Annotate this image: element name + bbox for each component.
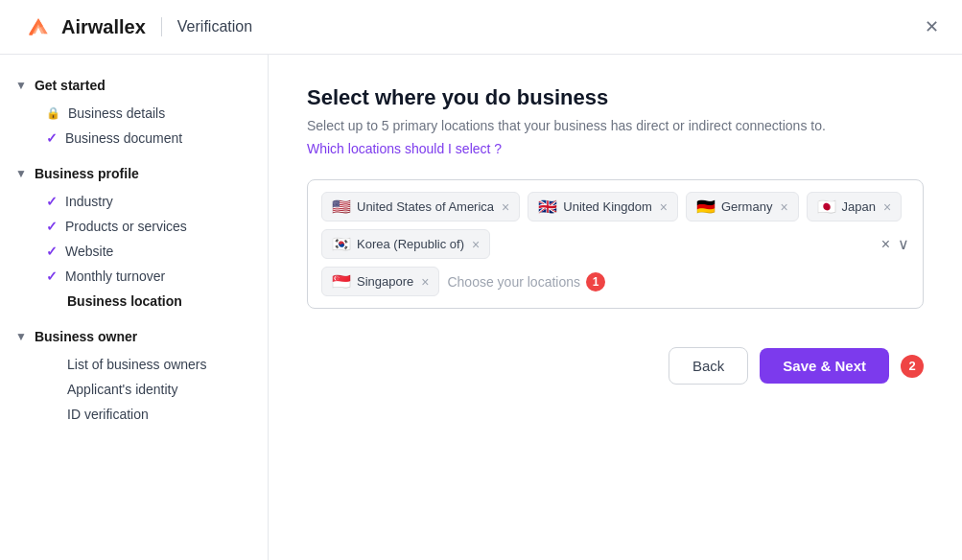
header-left: Airwallex Verification <box>23 13 252 40</box>
sidebar-item-industry[interactable]: ✓ Industry <box>38 189 252 214</box>
sidebar-item-label-business-location: Business location <box>67 293 182 309</box>
sidebar-section-label-business-profile: Business profile <box>35 166 139 181</box>
check-icon-turnover: ✓ <box>46 268 58 284</box>
save-next-button[interactable]: Save & Next <box>760 348 889 384</box>
sidebar-item-label-list-of-business-owners: List of business owners <box>67 357 207 372</box>
sidebar-section-header-business-owner[interactable]: ▼ Business owner <box>15 329 252 344</box>
header: Airwallex Verification ✕ <box>0 0 962 55</box>
flag-uk: 🇬🇧 <box>538 198 557 216</box>
sidebar-item-business-location[interactable]: Business location <box>38 289 252 314</box>
tag-label-korea: Korea (Republic of) <box>357 237 464 251</box>
chevron-down-icon-3: ▼ <box>15 330 27 343</box>
sidebar-item-business-details[interactable]: 🔒 Business details <box>38 101 252 126</box>
tag-uk: 🇬🇧 United Kingdom × <box>528 192 678 222</box>
tag-singapore: 🇸🇬 Singapore × <box>321 267 439 296</box>
expand-dropdown-icon[interactable]: ∨ <box>898 235 909 253</box>
sidebar-item-label-monthly-turnover: Monthly turnover <box>65 268 165 284</box>
chevron-down-icon-2: ▼ <box>15 167 27 180</box>
close-icon[interactable]: ✕ <box>925 16 939 37</box>
sidebar: ▼ Get started 🔒 Business details ✓ Busin… <box>0 55 269 560</box>
sidebar-items-business-profile: ✓ Industry ✓ Products or services ✓ Webs… <box>38 189 252 314</box>
header-divider <box>161 17 162 36</box>
location-input-placeholder[interactable]: Choose your locations 1 <box>447 272 605 292</box>
lock-icon: 🔒 <box>46 106 60 120</box>
content-area: Select where you do business Select up t… <box>269 55 962 560</box>
placeholder-badge: 1 <box>586 272 605 292</box>
sidebar-section-header-get-started[interactable]: ▼ Get started <box>15 78 252 93</box>
sidebar-section-business-owner: ▼ Business owner List of business owners… <box>15 329 252 427</box>
tag-label-uk: United Kingdom <box>563 199 652 214</box>
sidebar-item-label-applicants-identity: Applicant's identity <box>67 382 178 397</box>
chevron-down-icon: ▼ <box>15 79 27 92</box>
flag-usa: 🇺🇸 <box>332 198 351 216</box>
check-icon: ✓ <box>46 130 58 146</box>
sidebar-section-label-business-owner: Business owner <box>35 329 137 344</box>
back-button[interactable]: Back <box>669 347 748 385</box>
content-subtitle: Select up to 5 primary locations that yo… <box>307 118 924 133</box>
flag-korea: 🇰🇷 <box>332 235 351 253</box>
sidebar-item-id-verification[interactable]: ID verification <box>38 402 252 427</box>
tag-label-japan: Japan <box>842 199 876 214</box>
sidebar-item-label-business-document: Business document <box>65 130 182 146</box>
tag-germany: 🇩🇪 Germany × <box>686 192 799 222</box>
sidebar-item-website[interactable]: ✓ Website <box>38 239 252 264</box>
placeholder-text: Choose your locations <box>447 274 580 290</box>
sidebar-item-list-of-business-owners[interactable]: List of business owners <box>38 352 252 377</box>
page-title: Select where you do business <box>307 85 924 110</box>
sidebar-section-business-profile: ▼ Business profile ✓ Industry ✓ Products… <box>15 166 252 314</box>
sidebar-items-business-owner: List of business owners Applicant's iden… <box>38 352 252 427</box>
sidebar-item-products-or-services[interactable]: ✓ Products or services <box>38 214 252 239</box>
sidebar-item-label-industry: Industry <box>65 194 113 209</box>
sidebar-item-applicants-identity[interactable]: Applicant's identity <box>38 377 252 402</box>
flag-singapore: 🇸🇬 <box>332 272 351 291</box>
sidebar-item-label-id-verification: ID verification <box>67 407 149 422</box>
tag-japan: 🇯🇵 Japan × <box>807 192 903 222</box>
tag-label-usa: United States of America <box>357 199 494 214</box>
sidebar-item-monthly-turnover[interactable]: ✓ Monthly turnover <box>38 264 252 289</box>
tags-row-2: 🇸🇬 Singapore × Choose your locations 1 <box>321 267 909 296</box>
flag-japan: 🇯🇵 <box>817 198 836 216</box>
tag-close-korea[interactable]: × <box>472 237 480 252</box>
tag-close-uk[interactable]: × <box>660 199 668 215</box>
tag-close-singapore[interactable]: × <box>421 274 429 290</box>
tag-close-germany[interactable]: × <box>780 199 787 215</box>
tag-close-japan[interactable]: × <box>883 199 891 215</box>
logo: Airwallex <box>23 13 146 40</box>
tag-label-germany: Germany <box>721 199 772 214</box>
check-icon-website: ✓ <box>46 244 58 259</box>
tags-row: 🇺🇸 United States of America × 🇬🇧 United … <box>321 192 909 259</box>
sidebar-item-business-document[interactable]: ✓ Business document <box>38 126 252 151</box>
sidebar-item-label-products-or-services: Products or services <box>65 219 187 234</box>
location-selector[interactable]: 🇺🇸 United States of America × 🇬🇧 United … <box>307 179 924 309</box>
save-next-badge: 2 <box>901 355 924 378</box>
check-icon-products: ✓ <box>46 219 58 234</box>
logo-text: Airwallex <box>61 16 146 38</box>
check-icon-industry: ✓ <box>46 194 58 209</box>
header-title: Verification <box>177 18 252 35</box>
airwallex-logo-icon <box>23 13 54 40</box>
sidebar-section-label-get-started: Get started <box>35 78 106 93</box>
sidebar-section-header-business-profile[interactable]: ▼ Business profile <box>15 166 252 181</box>
flag-germany: 🇩🇪 <box>696 198 716 216</box>
sidebar-items-get-started: 🔒 Business details ✓ Business document <box>38 101 252 151</box>
main-layout: ▼ Get started 🔒 Business details ✓ Busin… <box>0 55 962 560</box>
sidebar-section-get-started: ▼ Get started 🔒 Business details ✓ Busin… <box>15 78 252 151</box>
sidebar-item-label-website: Website <box>65 244 113 259</box>
locations-help-link[interactable]: Which locations should I select ? <box>307 141 502 156</box>
tag-close-usa[interactable]: × <box>502 199 509 215</box>
footer-buttons: Back Save & Next 2 <box>307 347 924 385</box>
clear-all-button[interactable]: × <box>881 236 890 253</box>
sidebar-item-label-business-details: Business details <box>68 105 165 121</box>
tag-korea: 🇰🇷 Korea (Republic of) × <box>321 229 490 259</box>
tag-usa: 🇺🇸 United States of America × <box>321 192 520 222</box>
tag-label-singapore: Singapore <box>357 274 413 289</box>
